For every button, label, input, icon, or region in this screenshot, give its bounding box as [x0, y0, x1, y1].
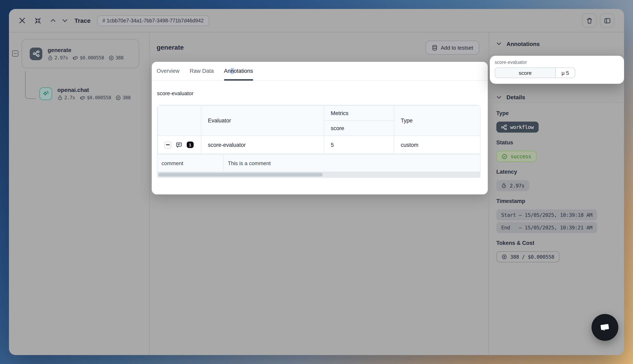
- metric-name-button[interactable]: score: [495, 68, 556, 78]
- tree-node-openai-chat[interactable]: openai.chat 2.7s $0.000558 388: [40, 87, 130, 100]
- chat-bubble-icon: [598, 321, 612, 334]
- collapse-node-toggle[interactable]: [12, 50, 18, 56]
- comment-value: This is a comment: [224, 160, 271, 166]
- metric-mean-value[interactable]: μ 5: [556, 68, 575, 78]
- trace-id-badge[interactable]: # 1cbb70e7-34a1-7bb7-3498-771b7d46d942: [97, 15, 209, 26]
- table-row: 1 score-evaluator 5 custom: [158, 136, 480, 154]
- close-button[interactable]: [19, 17, 26, 24]
- annotations-table: Evaluator Metrics Type score: [157, 105, 480, 178]
- screen: Trace # 1cbb70e7-34a1-7bb7-3498-771b7d46…: [0, 0, 633, 364]
- text-selection-highlight: n: [231, 68, 234, 74]
- topbar-actions: [582, 14, 614, 28]
- comment-row: comment This is a comment: [158, 154, 480, 172]
- details-section-header[interactable]: Details: [489, 92, 624, 103]
- type-label: Type: [496, 110, 617, 116]
- tab-annotations[interactable]: Annotations: [224, 62, 253, 80]
- col-header-score: score: [324, 120, 394, 136]
- plus-circle-icon: [502, 254, 507, 260]
- horizontal-scrollbar[interactable]: [158, 172, 480, 177]
- annotations-tab-panel: Overview Raw Data Annotations score-eval…: [152, 62, 488, 194]
- popover-evaluator-label: score-evaluator: [495, 60, 619, 65]
- coins-icon: [72, 55, 78, 60]
- details-fields: Type workflow Status success: [489, 102, 624, 262]
- stopwatch-icon: [57, 95, 63, 100]
- col-header-metrics: Metrics: [324, 106, 394, 120]
- sparkle-icon: [40, 87, 52, 100]
- tree-node-generate[interactable]: generate 2.97s $0.000558 388: [22, 39, 139, 68]
- node-title: generate: [48, 47, 124, 53]
- workflow-icon: [30, 48, 42, 60]
- stopwatch-icon: [501, 183, 506, 188]
- delete-trace-button[interactable]: [582, 14, 596, 28]
- cell-type: custom: [394, 136, 480, 154]
- scrollbar-thumb[interactable]: [158, 173, 322, 176]
- database-icon: [432, 44, 438, 51]
- status-label: Status: [496, 140, 617, 146]
- prev-trace-button[interactable]: [50, 18, 56, 24]
- annotations-section-header[interactable]: Annotations: [489, 32, 624, 55]
- chat-fab-button[interactable]: [592, 314, 618, 341]
- col-header-type: Type: [394, 106, 480, 136]
- annotations-section-title: Annotations: [506, 40, 540, 47]
- start-timestamp-badge: Start – 15/05/2025, 10:39:18 AM: [496, 210, 597, 220]
- metric-pill: score μ 5: [495, 68, 575, 78]
- details-sidebar: Annotations score-evaluator score μ 5 De…: [488, 32, 624, 355]
- type-badge: workflow: [496, 122, 538, 132]
- col-header-evaluator: Evaluator: [201, 106, 324, 136]
- end-timestamp-badge: End – 15/05/2025, 10:39:21 AM: [496, 222, 597, 233]
- span-title: generate: [156, 44, 184, 51]
- comment-button[interactable]: [176, 142, 182, 148]
- cell-score: 5: [324, 136, 394, 154]
- details-section-title: Details: [506, 94, 525, 100]
- cell-evaluator: score-evaluator: [201, 136, 324, 154]
- tab-overview[interactable]: Overview: [156, 62, 180, 80]
- add-to-testset-button[interactable]: Add to testset: [425, 41, 479, 54]
- score-evaluator-popover: score-evaluator score μ 5: [490, 56, 624, 84]
- plus-circle-icon: [108, 55, 114, 60]
- next-trace-button[interactable]: [62, 18, 68, 24]
- check-circle-icon: [502, 154, 507, 159]
- tokens-cost-badge: 388 / $0.000558: [496, 251, 560, 262]
- node-stats: 2.97s $0.000558 388: [48, 55, 124, 60]
- panel-layout-icon: [604, 17, 610, 24]
- timestamp-label: Timestamp: [496, 198, 617, 204]
- node-stats: 2.7s $0.000558 388: [57, 95, 130, 100]
- col-header-controls: [158, 106, 201, 136]
- trash-icon: [586, 17, 592, 24]
- chevron-down-icon: [62, 18, 68, 24]
- span-detail-area: generate Add to testset Overview Raw Dat…: [150, 32, 488, 355]
- tokens-cost-label: Tokens & Cost: [496, 240, 617, 246]
- evaluator-section-title: score-evaluator: [157, 90, 488, 96]
- tree-connector: [25, 71, 36, 99]
- tab-raw-data[interactable]: Raw Data: [190, 62, 214, 80]
- comment-key: comment: [158, 154, 224, 172]
- page-title: Trace: [74, 17, 90, 24]
- tab-bar: Overview Raw Data Annotations: [152, 62, 488, 80]
- trace-modal: Trace # 1cbb70e7-34a1-7bb7-3498-771b7d46…: [9, 9, 624, 355]
- status-badge: success: [496, 151, 536, 162]
- chevron-down-icon: [496, 94, 502, 100]
- span-header: generate Add to testset: [150, 32, 488, 54]
- row-checkbox-indeterminate[interactable]: [164, 141, 171, 148]
- node-title: openai.chat: [57, 87, 130, 93]
- minus-icon: [14, 53, 17, 54]
- coins-icon: [80, 95, 85, 100]
- chevron-up-icon: [50, 18, 56, 24]
- trace-topbar: Trace # 1cbb70e7-34a1-7bb7-3498-771b7d46…: [9, 9, 624, 32]
- close-icon: [19, 17, 26, 24]
- stopwatch-icon: [48, 55, 53, 60]
- minus-icon: [166, 144, 170, 145]
- add-to-testset-label: Add to testset: [441, 44, 473, 51]
- chevron-down-icon: [496, 41, 502, 46]
- minimize-icon: [34, 17, 41, 24]
- span-tree-panel: generate 2.97s $0.000558 388 opena: [9, 32, 150, 355]
- minimize-button[interactable]: [34, 17, 41, 24]
- toggle-sidebar-button[interactable]: [600, 14, 614, 28]
- plus-circle-icon: [116, 95, 121, 100]
- latency-label: Latency: [496, 169, 617, 175]
- comment-count-badge: 1: [187, 142, 194, 148]
- latency-badge: 2.97s: [496, 180, 529, 191]
- comment-icon: [176, 142, 182, 148]
- workflow-icon: [501, 124, 507, 130]
